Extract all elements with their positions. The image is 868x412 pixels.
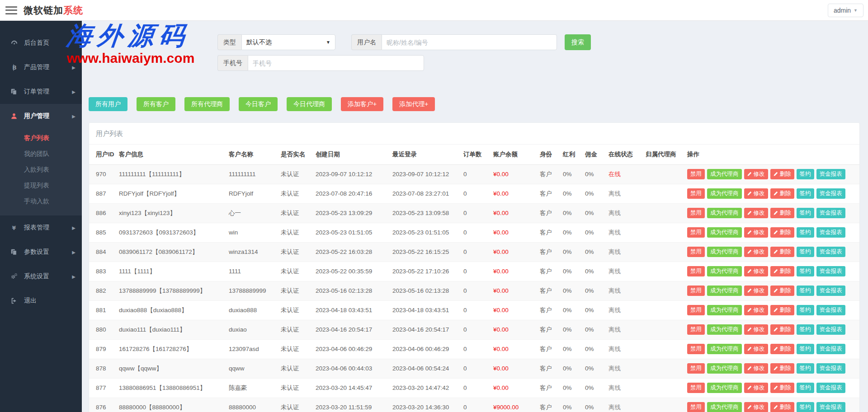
sidebar-subitem[interactable]: 手动入款	[0, 193, 82, 209]
action-禁用-button[interactable]: 禁用	[687, 227, 705, 238]
action-删除-button[interactable]: 删除	[770, 363, 794, 374]
action-签约-button[interactable]: 签约	[797, 305, 814, 315]
action-删除-button[interactable]: 删除	[770, 286, 794, 296]
action-成为代理商-button[interactable]: 成为代理商	[707, 383, 742, 393]
quick-button-4[interactable]: 今日代理商	[287, 97, 332, 111]
action-修改-button[interactable]: 修改	[744, 208, 768, 218]
action-签约-button[interactable]: 签约	[797, 324, 814, 335]
action-修改-button[interactable]: 修改	[744, 286, 768, 296]
action-禁用-button[interactable]: 禁用	[687, 383, 705, 393]
action-禁用-button[interactable]: 禁用	[687, 363, 705, 374]
action-禁用-button[interactable]: 禁用	[687, 324, 705, 335]
username-input[interactable]	[382, 34, 557, 50]
sidebar-subitem[interactable]: 客户列表	[0, 130, 82, 146]
action-删除-button[interactable]: 删除	[770, 402, 794, 412]
sidebar-item-7[interactable]: 退出	[0, 289, 82, 313]
quick-button-5[interactable]: 添加客户+	[341, 97, 383, 111]
action-资金报表-button[interactable]: 资金报表	[816, 188, 845, 199]
admin-dropdown[interactable]: admin ▼	[828, 4, 863, 17]
action-成为代理商-button[interactable]: 成为代理商	[707, 402, 742, 412]
hamburger-menu-icon[interactable]	[5, 6, 17, 14]
sidebar-item-6[interactable]: 系统设置▶	[0, 264, 82, 289]
action-删除-button[interactable]: 删除	[770, 227, 794, 238]
action-修改-button[interactable]: 修改	[744, 383, 768, 393]
action-成为代理商-button[interactable]: 成为代理商	[707, 247, 742, 257]
action-签约-button[interactable]: 签约	[797, 188, 814, 199]
action-资金报表-button[interactable]: 资金报表	[816, 383, 845, 393]
type-select[interactable]: 默认不选 ▼	[241, 34, 335, 50]
action-成为代理商-button[interactable]: 成为代理商	[707, 363, 742, 374]
sidebar-item-2[interactable]: 订单管理▶	[0, 80, 82, 104]
action-成为代理商-button[interactable]: 成为代理商	[707, 266, 742, 276]
sidebar-item-1[interactable]: B产品管理▶	[0, 55, 82, 80]
action-成为代理商-button[interactable]: 成为代理商	[707, 324, 742, 335]
action-删除-button[interactable]: 删除	[770, 247, 794, 257]
action-修改-button[interactable]: 修改	[744, 227, 768, 238]
action-禁用-button[interactable]: 禁用	[687, 305, 705, 315]
quick-button-2[interactable]: 所有代理商	[184, 97, 230, 111]
action-资金报表-button[interactable]: 资金报表	[816, 324, 845, 335]
phone-input[interactable]	[248, 55, 424, 71]
quick-button-0[interactable]: 所有用户	[89, 97, 127, 111]
sidebar-subitem[interactable]: 我的团队	[0, 146, 82, 162]
action-资金报表-button[interactable]: 资金报表	[816, 402, 845, 412]
sidebar-subitem[interactable]: 入款列表	[0, 162, 82, 178]
sidebar-item-4[interactable]: ¥报表管理▶	[0, 215, 82, 240]
action-删除-button[interactable]: 删除	[770, 188, 794, 199]
sidebar-item-0[interactable]: 后台首页	[0, 31, 82, 55]
action-成为代理商-button[interactable]: 成为代理商	[707, 286, 742, 296]
action-修改-button[interactable]: 修改	[744, 169, 768, 179]
action-修改-button[interactable]: 修改	[744, 324, 768, 335]
action-删除-button[interactable]: 删除	[770, 169, 794, 179]
sidebar-item-5[interactable]: 参数设置▶	[0, 240, 82, 264]
action-禁用-button[interactable]: 禁用	[687, 286, 705, 296]
action-禁用-button[interactable]: 禁用	[687, 169, 705, 179]
action-资金报表-button[interactable]: 资金报表	[816, 266, 845, 276]
action-修改-button[interactable]: 修改	[744, 305, 768, 315]
action-删除-button[interactable]: 删除	[770, 266, 794, 276]
action-签约-button[interactable]: 签约	[797, 344, 814, 354]
action-禁用-button[interactable]: 禁用	[687, 344, 705, 354]
action-删除-button[interactable]: 删除	[770, 344, 794, 354]
action-修改-button[interactable]: 修改	[744, 188, 768, 199]
action-成为代理商-button[interactable]: 成为代理商	[707, 188, 742, 199]
search-button[interactable]: 搜索	[565, 34, 591, 50]
action-资金报表-button[interactable]: 资金报表	[816, 169, 845, 179]
action-签约-button[interactable]: 签约	[797, 402, 814, 412]
action-资金报表-button[interactable]: 资金报表	[816, 208, 845, 218]
action-资金报表-button[interactable]: 资金报表	[816, 227, 845, 238]
action-资金报表-button[interactable]: 资金报表	[816, 344, 845, 354]
quick-button-6[interactable]: 添加代理+	[392, 97, 435, 111]
action-禁用-button[interactable]: 禁用	[687, 266, 705, 276]
action-删除-button[interactable]: 删除	[770, 383, 794, 393]
action-修改-button[interactable]: 修改	[744, 402, 768, 412]
action-成为代理商-button[interactable]: 成为代理商	[707, 344, 742, 354]
action-删除-button[interactable]: 删除	[770, 208, 794, 218]
action-修改-button[interactable]: 修改	[744, 344, 768, 354]
sidebar-subitem[interactable]: 提现列表	[0, 178, 82, 193]
quick-button-1[interactable]: 所有客户	[137, 97, 175, 111]
action-修改-button[interactable]: 修改	[744, 247, 768, 257]
action-成为代理商-button[interactable]: 成为代理商	[707, 227, 742, 238]
action-资金报表-button[interactable]: 资金报表	[816, 305, 845, 315]
quick-button-3[interactable]: 今日客户	[239, 97, 278, 111]
action-成为代理商-button[interactable]: 成为代理商	[707, 305, 742, 315]
action-禁用-button[interactable]: 禁用	[687, 247, 705, 257]
action-禁用-button[interactable]: 禁用	[687, 208, 705, 218]
action-资金报表-button[interactable]: 资金报表	[816, 286, 845, 296]
action-签约-button[interactable]: 签约	[797, 286, 814, 296]
sidebar-item-3[interactable]: 用户管理▶	[0, 104, 82, 128]
action-成为代理商-button[interactable]: 成为代理商	[707, 208, 742, 218]
action-签约-button[interactable]: 签约	[797, 363, 814, 374]
action-删除-button[interactable]: 删除	[770, 305, 794, 315]
action-签约-button[interactable]: 签约	[797, 266, 814, 276]
action-签约-button[interactable]: 签约	[797, 169, 814, 179]
action-禁用-button[interactable]: 禁用	[687, 188, 705, 199]
action-签约-button[interactable]: 签约	[797, 383, 814, 393]
action-签约-button[interactable]: 签约	[797, 247, 814, 257]
action-签约-button[interactable]: 签约	[797, 208, 814, 218]
action-删除-button[interactable]: 删除	[770, 324, 794, 335]
action-资金报表-button[interactable]: 资金报表	[816, 363, 845, 374]
action-修改-button[interactable]: 修改	[744, 363, 768, 374]
action-资金报表-button[interactable]: 资金报表	[816, 247, 845, 257]
